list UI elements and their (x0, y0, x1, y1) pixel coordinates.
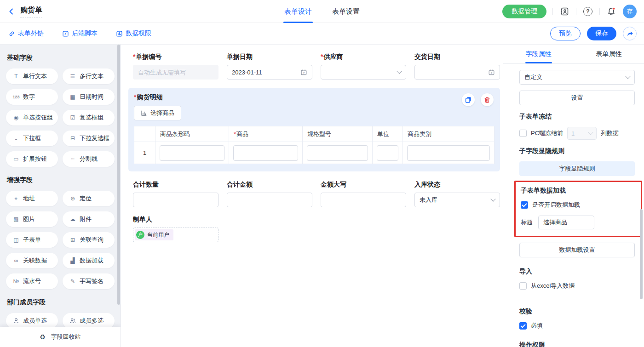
field-item-signature[interactable]: ✎ 手写签名 (63, 273, 115, 289)
field-item-extend-button[interactable]: ▭ 扩展按钮 (6, 151, 58, 167)
barcode-input[interactable] (160, 145, 224, 161)
contacts-icon[interactable] (559, 6, 570, 17)
tab-form-settings[interactable]: 表单设置 (332, 0, 360, 23)
field-item-checkbox-group[interactable]: ☑ 复选框组 (63, 110, 115, 125)
field-item-label: 定位 (80, 194, 92, 203)
field-item-member-multi[interactable]: 成员多选 (63, 313, 115, 329)
save-button[interactable]: 保存 (587, 27, 616, 40)
order-number-input[interactable] (133, 65, 218, 80)
product-input[interactable] (233, 145, 298, 161)
field-item-linked-data[interactable]: ∞ 关联数据 (6, 253, 58, 268)
field-type-select[interactable]: 自定义 (519, 70, 635, 85)
subform-purchase-detail[interactable]: 购货明细 选择商品 商品条形码 商品 规格型号 单位 (128, 88, 500, 171)
data-load-title-input[interactable] (538, 216, 594, 229)
order-date-input[interactable]: 2023-01-11 7 (227, 65, 312, 80)
divider (552, 8, 553, 15)
field-total-quantity[interactable]: 合计数量 (133, 181, 218, 207)
dropdown-icon: ⌄ (12, 135, 21, 142)
required-checkbox[interactable] (519, 322, 527, 330)
field-item-label: 单选按钮组 (23, 114, 53, 122)
form-title[interactable]: 购货单 (20, 6, 42, 17)
field-item-image[interactable]: ▧ 图片 (6, 211, 58, 227)
data-manage-button[interactable]: 数据管理 (502, 5, 546, 18)
select-product-button[interactable]: 选择商品 (134, 106, 181, 120)
field-item-dropdown[interactable]: ⌄ 下拉框 (6, 131, 58, 146)
field-item-divider[interactable]: ┄ 分割线 (63, 151, 115, 167)
help-icon[interactable]: ? (582, 6, 593, 17)
field-item-member-single[interactable]: 成员单选 (6, 313, 58, 329)
field-supplier[interactable]: 供应商 (321, 53, 406, 80)
field-order-date[interactable]: 单据日期 2023-01-11 7 (227, 53, 312, 80)
copy-field-button[interactable] (462, 93, 475, 106)
panel-scrollbar[interactable] (640, 209, 643, 299)
user-avatar[interactable]: 存 (623, 5, 637, 18)
delivery-date-input[interactable]: 7 (414, 65, 500, 80)
linked-query-icon: ⊞ (68, 237, 77, 243)
amount-words-input[interactable] (321, 193, 406, 207)
preview-button[interactable]: 预览 (550, 27, 581, 40)
freeze-checkbox[interactable] (519, 130, 527, 137)
field-item-subform[interactable]: ◫ 子表单 (6, 232, 58, 248)
field-item-location[interactable]: ⊕ 定位 (63, 191, 115, 206)
header-tabs: 表单设计 表单设置 (284, 0, 360, 23)
field-item-data-load[interactable]: ▟ 数据加载 (63, 253, 115, 268)
field-item-datetime[interactable]: ▦ 日期时间 (63, 89, 115, 105)
unit-input[interactable] (377, 145, 398, 161)
field-item-label: 图片 (23, 215, 35, 223)
category-input[interactable] (407, 145, 490, 161)
properties-panel: 字段属性 表单属性 自定义 设置 子表单冻结 PC端冻结前 1 列数据 子字段显… (503, 45, 644, 347)
tab-form-design[interactable]: 表单设计 (284, 0, 312, 23)
field-creator[interactable]: 制单人 户 当前用户 (133, 216, 503, 242)
settings-button[interactable]: 设置 (519, 91, 635, 105)
field-item-dropdown-multi[interactable]: ⊟ 下拉复选框 (63, 131, 115, 146)
field-recycle-bin[interactable]: ♻ 字段回收站 (0, 327, 121, 347)
spec-input[interactable] (307, 145, 368, 161)
field-item-multi-line-text[interactable]: ☰ 多行文本 (63, 68, 115, 84)
creator-value-box[interactable]: 户 当前用户 (133, 228, 218, 242)
notification-bell-icon[interactable] (606, 6, 617, 17)
date-value: 2023-01-11 (232, 69, 262, 76)
data-permission-action[interactable]: 数据权限 (116, 29, 151, 38)
select-product-label: 选择商品 (150, 109, 174, 117)
field-item-serial-number[interactable]: № 流水号 (6, 273, 58, 289)
tab-form-properties[interactable]: 表单属性 (574, 45, 644, 63)
stock-status-select[interactable]: 未入库 (414, 193, 500, 207)
script-icon (62, 30, 69, 37)
field-item-number[interactable]: 123 数字 (6, 89, 58, 105)
visibility-rules-button[interactable]: 字段显隐规则 (519, 161, 635, 176)
field-item-label: 多行文本 (80, 72, 104, 80)
divider-icon: ┄ (68, 156, 77, 162)
excel-import-checkbox[interactable] (519, 282, 527, 290)
field-item-attachment[interactable]: ☁ 附件 (63, 211, 115, 227)
delete-field-button[interactable] (481, 93, 494, 106)
field-amount-words[interactable]: 金额大写 (321, 181, 406, 207)
field-delivery-date[interactable]: 交货日期 7 (414, 53, 500, 80)
supplier-select[interactable] (321, 65, 406, 80)
field-order-number[interactable]: 单据编号 (133, 53, 218, 80)
field-item-linked-query[interactable]: ⊞ 关联查询 (63, 232, 115, 248)
field-stock-status[interactable]: 入库状态 未入库 (414, 181, 500, 207)
field-library-sidebar: 基础字段 T 单行文本 ☰ 多行文本 123 数字 ▦ 日期时间 ◉ 单选按钮组 (0, 45, 121, 347)
backend-script-action[interactable]: 后端脚本 (62, 29, 98, 38)
field-total-amount[interactable]: 合计金额 (227, 181, 312, 207)
freeze-label: PC端冻结前 (531, 129, 563, 137)
field-item-label: 流水号 (23, 277, 41, 285)
external-link-action[interactable]: 表单外链 (8, 29, 44, 38)
sidebar-scrollbar[interactable] (117, 45, 120, 305)
field-item-label: 手写签名 (80, 277, 104, 285)
share-button[interactable] (623, 27, 637, 40)
field-item-address[interactable]: ⌖ 地址 (6, 191, 58, 206)
data-load-settings-button[interactable]: 数据加载设置 (519, 243, 635, 257)
pen-icon: ✎ (68, 278, 77, 284)
dropdown-multi-icon: ⊟ (68, 135, 77, 142)
field-item-label: 扩展按钮 (23, 155, 47, 163)
field-item-single-line-text[interactable]: T 单行文本 (6, 68, 58, 84)
field-item-radio-group[interactable]: ◉ 单选按钮组 (6, 110, 58, 125)
freeze-count-select[interactable]: 1 (567, 127, 597, 140)
tab-field-properties[interactable]: 字段属性 (503, 45, 574, 63)
total-amount-input[interactable] (227, 193, 312, 207)
data-load-toggle-checkbox[interactable] (521, 201, 528, 209)
total-quantity-input[interactable] (133, 193, 218, 207)
back-button[interactable] (7, 7, 16, 16)
field-item-label: 成员单选 (23, 317, 47, 325)
